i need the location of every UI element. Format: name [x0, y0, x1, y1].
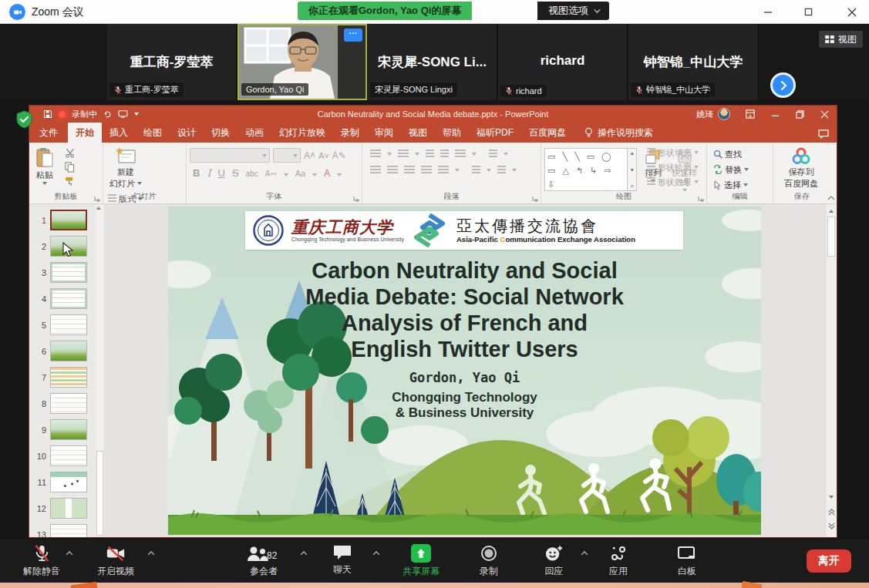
slide-thumbnail[interactable] [50, 419, 87, 440]
paste-button[interactable]: 粘贴 [32, 146, 57, 186]
reactions-button[interactable]: 回应 [544, 544, 564, 578]
slide-thumbnail-row[interactable]: 11 [34, 472, 104, 492]
share-screen-button[interactable]: 共享屏幕 [403, 544, 440, 578]
chat-options-chevron[interactable] [372, 550, 381, 556]
align-center-icon[interactable] [387, 166, 398, 175]
participants-button[interactable]: 82 参会者 [245, 544, 282, 578]
slide-thumbnail[interactable] [50, 262, 87, 283]
next-participants-button[interactable] [770, 72, 796, 98]
view-options-button[interactable]: 视图选项 [537, 2, 609, 20]
slide-thumbnail-row[interactable]: 9 [34, 419, 104, 440]
align-text-icon[interactable] [472, 166, 480, 175]
clipboard-dialog-launcher[interactable] [94, 196, 100, 202]
collapse-ribbon-button[interactable] [827, 195, 835, 200]
tile-more-button[interactable]: ··· [344, 29, 362, 42]
record-button[interactable]: 录制 [480, 544, 498, 578]
tab-动画[interactable]: 动画 [237, 123, 271, 143]
select-button[interactable]: 选择 [713, 180, 770, 190]
underline-button[interactable]: U [218, 167, 225, 179]
shapes-gallery[interactable]: ▭ ╲ ╲ ▭ ◯ ▭ △ ↰ ↳ ⇨ ⇩ ▱ ✎ ⌒ ∿ { } [544, 148, 628, 191]
tab-切换[interactable]: 切换 [204, 123, 237, 143]
numbering-icon[interactable] [398, 150, 409, 159]
font-dialog-launcher[interactable] [353, 196, 359, 202]
participant-tile[interactable]: 钟智锦_中山大学 钟智锦_中山大学 [628, 24, 759, 100]
slide-thumbnail[interactable] [50, 472, 87, 492]
participants-options-chevron[interactable] [299, 550, 308, 556]
slide-thumbnail[interactable] [50, 341, 87, 361]
change-case-button[interactable]: Aa [295, 169, 305, 178]
participant-tile[interactable]: 宋灵犀-SONG Li... 宋灵犀-SONG Lingxi [368, 24, 497, 100]
next-slide-button[interactable] [826, 521, 837, 531]
clear-formatting-button[interactable]: A✎ [332, 150, 346, 161]
account-avatar[interactable] [718, 108, 730, 120]
save-to-baidu-button[interactable]: 保存到 百度网盘 [781, 146, 821, 190]
find-button[interactable]: 查找 [713, 149, 770, 160]
format-painter-icon[interactable] [65, 176, 76, 186]
tab-绘图[interactable]: 绘图 [136, 123, 170, 143]
scroll-up-icon[interactable] [96, 206, 102, 210]
slide-thumbnail[interactable] [50, 288, 87, 309]
leave-button[interactable]: 离开 [807, 549, 851, 573]
strikethrough-button[interactable]: S [232, 167, 239, 179]
participant-tile[interactable]: 重工商-罗莹萃 重工商-罗莹萃 [107, 24, 237, 100]
shape-fill-button[interactable]: 形状填充 [647, 147, 699, 158]
drawing-dialog-launcher[interactable] [698, 196, 704, 202]
shadow-button[interactable]: abc [246, 170, 258, 178]
copy-icon[interactable] [65, 162, 75, 173]
tab-帮助[interactable]: 帮助 [435, 123, 469, 143]
italic-button[interactable]: I [207, 167, 211, 179]
slide-author[interactable]: Gordon, Yao Qi [168, 370, 761, 385]
slide-scrollbar[interactable] [825, 204, 837, 537]
tab-福昕PDF[interactable]: 福昕PDF [469, 123, 521, 143]
slide-thumbnail[interactable] [50, 445, 87, 466]
slide-thumbnail-row[interactable]: 6 [34, 341, 104, 361]
thumbnail-scroll-thumb[interactable] [96, 451, 103, 536]
slide-thumbnail-row[interactable]: 1 [34, 210, 104, 230]
slide-thumbnail-row[interactable]: 10 [34, 445, 104, 466]
text-direction-icon[interactable] [489, 150, 497, 159]
columns-icon[interactable] [438, 166, 449, 175]
char-spacing-button[interactable]: A⇿ [265, 170, 277, 178]
tab-录制[interactable]: 录制 [333, 123, 367, 143]
shrink-font-button[interactable]: A˅ [318, 151, 329, 160]
slide-thumbnail[interactable] [50, 393, 87, 414]
paragraph-dialog-launcher[interactable] [532, 196, 538, 202]
slide-canvas[interactable]: 重庆工商大学 Chongqing Technology and Business… [168, 207, 761, 535]
font-name-box[interactable] [190, 148, 270, 163]
ppt-minimize-button[interactable] [763, 106, 787, 123]
slide-thumbnail[interactable] [50, 236, 87, 257]
slide-thumbnail-row[interactable]: 8 [34, 393, 104, 414]
tab-设计[interactable]: 设计 [170, 123, 204, 143]
scroll-thumb[interactable] [827, 217, 835, 257]
justify-icon[interactable] [421, 166, 432, 175]
qat-customize-caret[interactable] [134, 113, 139, 116]
tab-开始[interactable]: 开始 [68, 123, 102, 143]
slide-affiliation[interactable]: Chongqing Technology & Business Universi… [168, 390, 761, 421]
start-video-button[interactable]: 开启视频 [97, 544, 134, 578]
smartart-icon[interactable] [497, 166, 506, 175]
ppt-restore-button[interactable] [787, 106, 812, 123]
slide-thumbnail-row[interactable]: 7 [34, 367, 104, 388]
slide-title[interactable]: Carbon Neutrality and Social Media Debat… [168, 257, 761, 362]
cut-icon[interactable] [65, 148, 76, 158]
slide-thumbnail[interactable] [50, 314, 87, 335]
chat-button[interactable]: 聊天 [333, 544, 352, 576]
scroll-up-button[interactable] [826, 206, 837, 216]
whiteboard-button[interactable]: 白板 [677, 544, 697, 578]
unmute-button[interactable]: 解除静音 [23, 544, 60, 578]
slide-thumbnail[interactable] [50, 498, 87, 519]
case-caret[interactable] [284, 173, 288, 176]
bullets-icon[interactable] [370, 150, 381, 159]
mute-options-chevron[interactable] [65, 550, 74, 556]
font-color-caret[interactable] [337, 173, 342, 176]
tab-审阅[interactable]: 审阅 [367, 123, 401, 143]
ppt-close-button[interactable] [812, 106, 837, 123]
shape-outline-button[interactable]: 形状轮廓 [647, 162, 699, 173]
increase-indent-icon[interactable] [440, 150, 449, 159]
monitor-icon[interactable] [118, 110, 128, 118]
bold-button[interactable]: B [193, 167, 200, 179]
slide-thumbnail[interactable] [50, 524, 87, 537]
slide-thumbnail[interactable] [50, 367, 87, 388]
new-slide-button[interactable]: 新建 幻灯片 [106, 146, 145, 190]
decrease-indent-icon[interactable] [426, 150, 434, 159]
